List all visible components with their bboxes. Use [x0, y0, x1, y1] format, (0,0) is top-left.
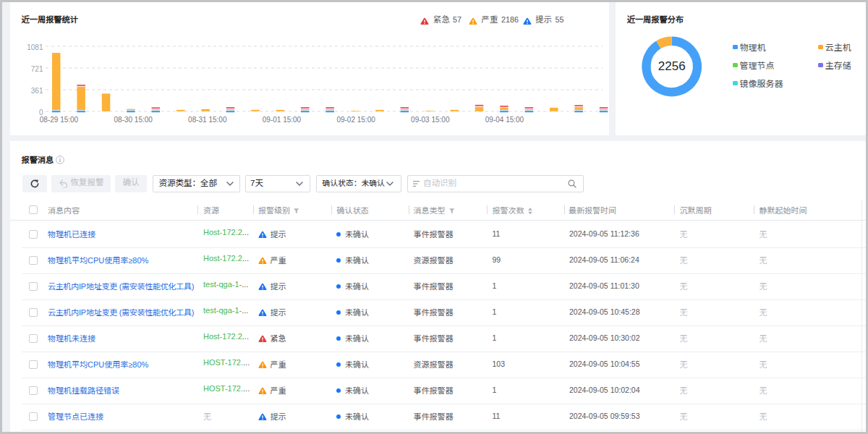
svg-text:08-30 15:00: 08-30 15:00 — [114, 116, 153, 124]
svg-text:08-31 15:00: 08-31 15:00 — [188, 116, 227, 124]
svg-text:721: 721 — [31, 65, 43, 73]
svg-text:361: 361 — [31, 87, 43, 95]
svg-text:09-04 15:00: 09-04 15:00 — [485, 116, 524, 124]
svg-text:08-29 15:00: 08-29 15:00 — [40, 116, 79, 124]
svg-text:09-02 15:00: 09-02 15:00 — [336, 116, 375, 124]
svg-text:09-01 15:00: 09-01 15:00 — [263, 116, 302, 124]
svg-text:1081: 1081 — [27, 43, 43, 51]
svg-text:09-03 15:00: 09-03 15:00 — [411, 116, 450, 124]
